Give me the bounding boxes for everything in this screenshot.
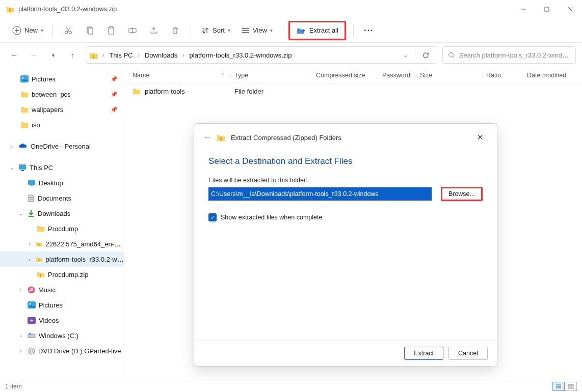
- toolbar: New ▾ Sort ▾ View ▾ Extract all ···: [0, 18, 582, 43]
- svg-rect-49: [568, 387, 570, 388]
- sidebar-item-downloads[interactable]: ⌄ Downloads: [0, 206, 124, 221]
- chevron-right-icon[interactable]: ›: [27, 257, 33, 262]
- sidebar-item-label: OneDrive - Personal: [31, 143, 91, 150]
- more-button[interactable]: ···: [359, 26, 379, 35]
- recent-button[interactable]: ▾: [45, 47, 61, 63]
- sort-button[interactable]: Sort ▾: [196, 23, 235, 37]
- chevron-right-icon[interactable]: ›: [17, 333, 24, 339]
- svg-rect-28: [28, 180, 35, 185]
- sidebar-item-this-pc[interactable]: ⌄ This PC: [0, 160, 124, 175]
- refresh-button[interactable]: [417, 51, 434, 59]
- destination-path-input[interactable]: C:\Users\m__la\Downloads\platform-tools_…: [208, 187, 432, 201]
- view-icon: [242, 27, 250, 34]
- chevron-right-icon[interactable]: ›: [17, 348, 24, 354]
- svg-rect-35: [40, 273, 41, 277]
- chevron-right-icon[interactable]: ›: [180, 52, 186, 58]
- back-button[interactable]: ←: [6, 47, 22, 63]
- address-dropdown-icon[interactable]: ⌄: [398, 52, 413, 59]
- breadcrumb-segment[interactable]: platform-tools_r33.0.2-windows.zip: [189, 51, 293, 59]
- extract-dialog: ← Extract Compressed (Zipped) Folders ✕ …: [194, 123, 497, 367]
- column-date[interactable]: Date modified: [527, 72, 582, 79]
- dialog-heading: Select a Destination and Extract Files: [208, 156, 483, 166]
- dialog-close-button[interactable]: ✕: [473, 131, 488, 144]
- chevron-right-icon[interactable]: ›: [100, 52, 106, 58]
- sidebar-item-onedrive[interactable]: › OneDrive - Personal: [0, 138, 124, 154]
- chevron-down-icon[interactable]: ⌄: [8, 165, 15, 171]
- downloads-icon: [28, 210, 35, 217]
- address-bar[interactable]: › This PC › Downloads › platform-tools_r…: [86, 46, 437, 64]
- chevron-right-icon[interactable]: ›: [136, 52, 142, 58]
- sidebar-item-music[interactable]: › Music: [0, 282, 124, 297]
- sidebar-item-folder[interactable]: Procdump: [0, 221, 124, 236]
- checkbox-label: Show extracted files when complete: [221, 214, 322, 221]
- breadcrumb-segment[interactable]: Downloads: [144, 51, 178, 59]
- maximize-button[interactable]: [535, 0, 559, 18]
- close-window-button[interactable]: [559, 0, 582, 18]
- column-compressed-size[interactable]: Compressed size: [316, 72, 382, 79]
- sidebar-item-dvd-drive[interactable]: › DVD Drive (D:) GParted-live: [0, 343, 124, 358]
- copy-button[interactable]: [80, 21, 100, 40]
- column-ratio[interactable]: Ratio: [486, 72, 527, 79]
- new-button[interactable]: New ▾: [8, 23, 47, 38]
- delete-button[interactable]: [165, 21, 186, 40]
- quick-access-item[interactable]: iso: [0, 117, 124, 132]
- column-headers: Name˄ Type Compressed size Password … Si…: [124, 67, 582, 83]
- file-type: File folder: [234, 88, 316, 95]
- search-icon: [448, 51, 455, 59]
- cut-button[interactable]: [58, 21, 78, 40]
- sidebar-item-label: Videos: [39, 317, 59, 324]
- sidebar-item-desktop[interactable]: Desktop: [0, 175, 124, 190]
- details-view-button[interactable]: [552, 382, 565, 391]
- chevron-right-icon[interactable]: ›: [27, 241, 33, 247]
- item-count: 1 item: [5, 383, 22, 390]
- sidebar-item-label: wallpapers: [32, 106, 63, 114]
- svg-point-38: [30, 303, 31, 305]
- share-button[interactable]: [144, 21, 164, 40]
- show-extracted-checkbox[interactable]: ✓ Show extracted files when complete: [208, 213, 483, 221]
- sidebar-item-documents[interactable]: Documents: [0, 190, 124, 206]
- column-type[interactable]: Type: [234, 72, 316, 79]
- paste-button[interactable]: [101, 21, 121, 40]
- sidebar-item-pictures[interactable]: Pictures: [0, 297, 124, 313]
- column-password[interactable]: Password …: [382, 72, 420, 79]
- sidebar-item-folder[interactable]: Procdump.zip: [0, 267, 124, 282]
- pin-icon: 📌: [111, 106, 118, 113]
- chevron-down-icon: ▾: [228, 27, 230, 33]
- music-icon: [28, 286, 35, 294]
- view-button[interactable]: View ▾: [236, 23, 278, 37]
- browse-button[interactable]: Browse...: [441, 187, 483, 201]
- quick-access-item[interactable]: Pictures 📌: [0, 71, 124, 87]
- extract-button[interactable]: Extract: [404, 347, 443, 360]
- svg-rect-47: [568, 384, 570, 386]
- rename-button[interactable]: [122, 21, 143, 40]
- minimize-button[interactable]: [512, 0, 535, 18]
- sidebar-item-videos[interactable]: Videos: [0, 313, 124, 328]
- column-size[interactable]: Size: [420, 72, 486, 79]
- sidebar-item-drive-c[interactable]: › Windows (C:): [0, 328, 124, 343]
- svg-rect-48: [571, 384, 573, 386]
- svg-rect-2: [545, 7, 549, 11]
- svg-rect-40: [28, 334, 35, 338]
- documents-icon: [28, 194, 35, 202]
- folder-icon: [133, 88, 141, 95]
- thumbnails-view-button[interactable]: [565, 382, 577, 391]
- file-name: platform-tools: [145, 88, 185, 95]
- sidebar-item-folder[interactable]: › platform-tools_r33.0.2-windows: [0, 251, 124, 267]
- quick-access-item[interactable]: between_pcs 📌: [0, 87, 124, 102]
- dialog-back-button[interactable]: ←: [203, 133, 211, 142]
- chevron-right-icon[interactable]: ›: [17, 287, 24, 293]
- cancel-button[interactable]: Cancel: [448, 347, 488, 360]
- forward-button[interactable]: →: [25, 47, 42, 63]
- chevron-down-icon[interactable]: ⌄: [17, 211, 24, 216]
- search-input[interactable]: Search platform-tools_r33.0.2-windows…: [442, 46, 576, 64]
- chevron-right-icon[interactable]: ›: [8, 144, 15, 149]
- sidebar-item-folder[interactable]: › 22622.575_amd64_en-us_core: [0, 236, 124, 251]
- breadcrumb-segment[interactable]: This PC: [108, 51, 134, 59]
- column-name[interactable]: Name˄: [133, 72, 234, 79]
- zip-folder-icon: [36, 256, 43, 263]
- quick-access-item[interactable]: wallpapers 📌: [0, 102, 124, 117]
- up-button[interactable]: ↑: [64, 47, 81, 63]
- zip-folder-icon: [37, 271, 45, 278]
- file-row[interactable]: platform-tools File folder: [124, 83, 582, 99]
- extract-all-button[interactable]: Extract all: [288, 21, 346, 40]
